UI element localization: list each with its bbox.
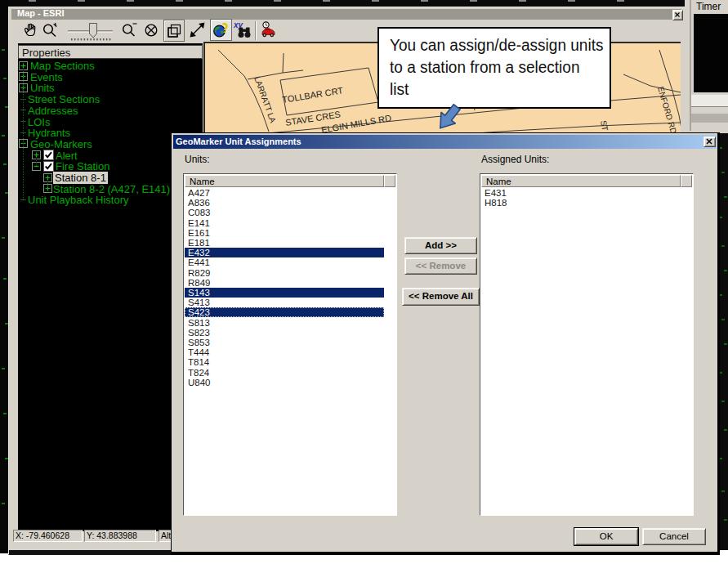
- svg-text:TOLLBAR CRT: TOLLBAR CRT: [281, 85, 344, 105]
- svg-text:ST: ST: [599, 119, 610, 131]
- svg-text:ENFORD RD: ENFORD RD: [656, 86, 678, 133]
